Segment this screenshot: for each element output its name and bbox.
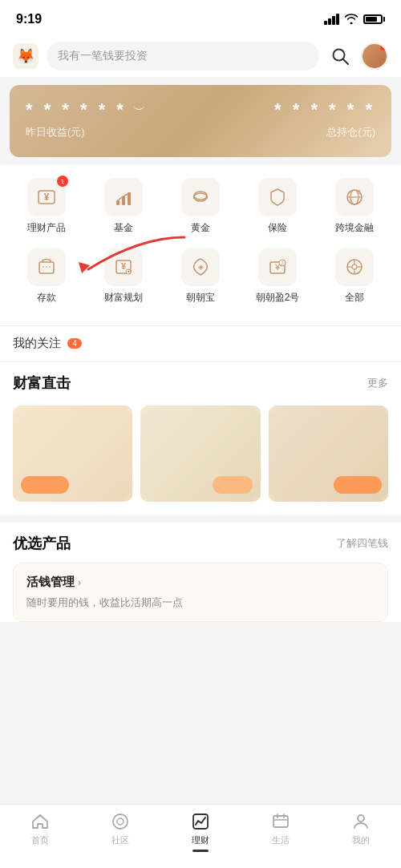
news-blob-1 — [21, 476, 69, 494]
svg-rect-13 — [39, 262, 54, 273]
status-bar: 9:19 — [0, 0, 401, 35]
svg-text:◈: ◈ — [198, 263, 204, 271]
quanbu-label: 全部 — [345, 291, 364, 305]
svg-point-32 — [117, 818, 124, 825]
nav-community[interactable]: 社区 — [80, 811, 160, 852]
product-card-huoqian[interactable]: 活钱管理 › 随时要用的钱，收益比活期高一点 — [13, 563, 388, 622]
svg-rect-34 — [273, 816, 288, 827]
jijin-icon-wrap — [104, 178, 143, 216]
category-quanbu[interactable]: 全部 — [316, 248, 393, 305]
news-card-1-bg — [13, 406, 132, 502]
svg-text:¥: ¥ — [44, 192, 50, 203]
nav-community-label: 社区 — [111, 834, 129, 846]
svg-point-25 — [352, 264, 357, 269]
header: 🦊 我有一笔钱要投资 — [0, 35, 401, 77]
portfolio-banner: * * * * * * ︶ 昨日收益(元) * * * * * * 总持仓(元) — [10, 85, 391, 157]
avatar[interactable] — [361, 42, 388, 70]
category-licai[interactable]: ¥ 1 理财产品 — [8, 178, 85, 235]
yesterday-profit-value: * * * * * * — [26, 99, 127, 120]
svg-text:$: $ — [358, 189, 361, 195]
category-grid: ¥ 1 理财产品 基金 — [0, 165, 401, 325]
zhaozhaobao-icon-wrap: ◈ — [181, 248, 220, 286]
focus-label: 我的关注 — [13, 336, 61, 351]
status-icons — [324, 13, 385, 26]
huangjin-icon-wrap — [181, 178, 220, 216]
total-position-label: 总持仓(元) — [326, 125, 375, 139]
nav-mine[interactable]: 我的 — [321, 811, 401, 852]
svg-point-31 — [113, 814, 128, 829]
baoxian-label: 保险 — [268, 221, 287, 235]
products-title: 优选产品 — [13, 534, 71, 553]
my-focus-bar[interactable]: 我的关注 4 — [0, 325, 401, 361]
news-card-2[interactable] — [140, 406, 260, 502]
product-desc: 随时要用的钱，收益比活期高一点 — [26, 596, 183, 608]
quanbu-icon-wrap — [335, 248, 374, 286]
wifi-icon — [344, 13, 358, 26]
focus-count: 4 — [67, 338, 82, 349]
banner-right: * * * * * * 总持仓(元) — [274, 99, 375, 139]
category-zhaozhaobao[interactable]: ◈ 朝朝宝 — [162, 248, 239, 305]
nav-life[interactable]: 生活 — [241, 811, 321, 852]
product-name: 活钱管理 — [26, 575, 75, 590]
mine-icon — [351, 811, 371, 832]
banner-left: * * * * * * ︶ 昨日收益(元) — [26, 99, 146, 139]
home-icon — [30, 811, 50, 832]
svg-rect-5 — [122, 196, 125, 205]
news-card-1[interactable] — [13, 406, 132, 502]
status-time: 9:19 — [16, 12, 42, 26]
battery-icon — [363, 14, 385, 24]
category-row-1: ¥ 1 理财产品 基金 — [8, 178, 393, 235]
app-logo: 🦊 — [13, 43, 38, 69]
community-icon — [111, 811, 130, 832]
avatar-notification-dot — [380, 44, 387, 50]
huangjin-label: 黄金 — [191, 221, 210, 235]
category-kuajing[interactable]: $ 跨境金融 — [316, 178, 393, 235]
products-header: 优选产品 了解四笔钱 — [0, 523, 401, 559]
product-name-row: 活钱管理 › — [26, 575, 375, 590]
logo-emoji: 🦊 — [17, 47, 34, 65]
nav-home[interactable]: 首页 — [0, 811, 80, 852]
category-caifuguihua[interactable]: ¥ ✦ 财富规划 — [85, 248, 162, 305]
svg-line-1 — [343, 59, 348, 64]
bottom-nav: 首页 社区 理财 生活 — [0, 804, 401, 868]
cunkuan-icon-wrap — [27, 248, 66, 286]
category-jijin[interactable]: 基金 — [85, 178, 162, 235]
category-huangjin[interactable]: 黄金 — [162, 178, 239, 235]
search-icon[interactable] — [327, 43, 353, 69]
finance-section-more[interactable]: 更多 — [367, 376, 388, 390]
svg-point-38 — [358, 815, 364, 822]
nav-mine-label: 我的 — [352, 834, 370, 846]
signal-icon — [324, 14, 339, 25]
licai-icon-wrap: ¥ 1 — [27, 178, 66, 216]
category-cunkuan[interactable]: 存款 — [8, 248, 85, 305]
nav-finance[interactable]: 理财 — [160, 811, 241, 852]
news-cards — [0, 399, 401, 515]
caifuguihua-label: 财富规划 — [104, 291, 143, 305]
cunkuan-label: 存款 — [37, 291, 56, 305]
products-more[interactable]: 了解四笔钱 — [336, 536, 388, 551]
finance-icon — [191, 811, 210, 832]
finance-section-header: 财富直击 更多 — [0, 362, 401, 399]
search-bar[interactable]: 我有一笔钱要投资 — [47, 42, 319, 71]
jijin-label: 基金 — [114, 221, 133, 235]
nav-active-indicator — [192, 850, 209, 852]
yesterday-profit-label: 昨日收益(元) — [26, 125, 146, 139]
news-card-3-bg — [269, 406, 388, 502]
news-blob-2 — [213, 476, 253, 494]
category-row-2: 存款 ¥ ✦ 财富规划 ◈ — [8, 248, 393, 305]
category-zhaozhaoying[interactable]: ¥ 2 朝朝盈2号 — [239, 248, 316, 305]
finance-section: 财富直击 更多 — [0, 362, 401, 515]
product-arrow: › — [78, 577, 81, 588]
nav-finance-label: 理财 — [192, 834, 209, 846]
news-blob-3 — [334, 476, 382, 494]
products-section: 优选产品 了解四笔钱 活钱管理 › 随时要用的钱，收益比活期高一点 — [0, 523, 401, 622]
baoxian-icon-wrap — [258, 178, 297, 216]
life-icon — [271, 811, 290, 832]
eye-icon[interactable]: ︶ — [133, 102, 146, 119]
zhaozhaobao-label: 朝朝宝 — [186, 291, 215, 305]
category-grid-wrapper: ¥ 1 理财产品 基金 — [0, 165, 401, 325]
news-card-3[interactable] — [269, 406, 388, 502]
category-baoxian[interactable]: 保险 — [239, 178, 316, 235]
finance-section-title: 财富直击 — [13, 373, 71, 393]
licai-badge: 1 — [57, 176, 68, 187]
